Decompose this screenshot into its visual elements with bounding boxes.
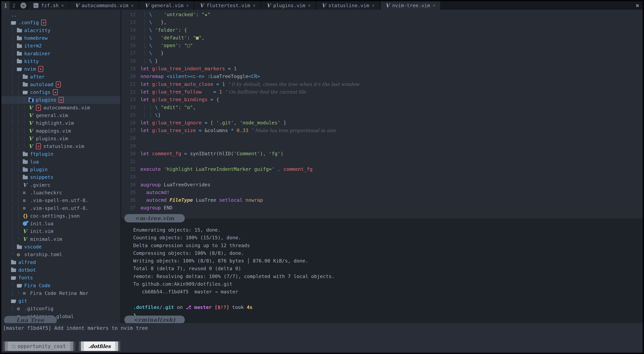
tree-item-label: .vim-spell-en.utf-8. xyxy=(30,198,88,203)
line-number: 18 xyxy=(121,57,140,65)
tree-indent-guide: └ xyxy=(17,236,23,242)
tree-indent-guide: │ xyxy=(17,151,23,157)
code-line: 35 autocmd! xyxy=(121,189,643,196)
tree-item-configs[interactable]: ││configs+ xyxy=(1,88,120,96)
tree-item-fonts[interactable]: fonts xyxy=(1,274,120,282)
tree-item-.vim-spell-en.utf-8.[interactable]: ││≡.vim-spell-en.utf-8. xyxy=(1,197,120,204)
prompt-cursor-line[interactable]: ❯ xyxy=(121,311,643,319)
tree-item-nvim[interactable]: │nvim+ xyxy=(1,65,120,73)
code-line: 29 xyxy=(121,142,643,150)
line-number: 13 xyxy=(121,18,140,26)
code-line: 26let g:lua_tree_ignore = [ '.git', 'nod… xyxy=(121,119,643,127)
tree-item-Fira-Code[interactable]: └Fira Code xyxy=(1,282,120,289)
line-number: 29 xyxy=(121,142,140,150)
tree-item-init.lua[interactable]: ││init.lua xyxy=(1,220,120,227)
text-file-icon: ≡ xyxy=(23,198,26,203)
tree-item-snippets[interactable]: ││snippets xyxy=(1,173,120,181)
tree-item-iterm2[interactable]: │iterm2 xyxy=(1,42,120,50)
buffer-close-icon[interactable]: × xyxy=(308,3,311,8)
tree-item-label: after xyxy=(30,74,44,80)
tree-indent-guide: │ xyxy=(23,136,28,141)
tree-item-mappings.vim[interactable]: │││Vmappings.vim xyxy=(1,127,120,135)
tree-item-.luacheckrc[interactable]: ││≡.luacheckrc xyxy=(1,189,120,197)
tree-item-.gvimrc[interactable]: ││V.gvimrc xyxy=(1,181,120,189)
close-all-icon[interactable]: ✖ xyxy=(632,2,643,9)
tree-item-alacritty[interactable]: │alacritty xyxy=(1,26,120,34)
tmux-window-.dotfiles[interactable]: .dotfiles xyxy=(79,342,120,351)
tree-item-karabiner[interactable]: │karabiner xyxy=(1,50,120,57)
tree-item-.vim-spell-en.utf-8.[interactable]: ││≡.vim-spell-en.utf-8. xyxy=(1,204,120,212)
tree-item-autocommands.vim[interactable]: │││V+autocommands.vim xyxy=(1,104,120,111)
tree-item-autoload[interactable]: ││autoload+ xyxy=(1,81,120,88)
terminal-pane[interactable]: Enumerating objects: 15, done. Counting … xyxy=(121,218,643,331)
buffer-tab-general.vim[interactable]: Vgeneral.vim× xyxy=(140,1,194,10)
tree-item-ftplugin[interactable]: ││ftplugin xyxy=(1,150,120,158)
tree-item-minimal.vim[interactable]: │└Vminimal.vim xyxy=(1,235,120,243)
terminal-line: Counting objects: 100% (15/15), done. xyxy=(121,234,643,242)
tree-item-statusline.vim[interactable]: ││└V+statusline.vim xyxy=(1,142,120,150)
tree-item-plugin[interactable]: ││plugin xyxy=(1,166,120,173)
tree-indent-guide: │ xyxy=(11,58,17,64)
tree-item-coc-settings.json[interactable]: ││{}coc-settings.json xyxy=(1,212,120,220)
tree-item-icon-wrap xyxy=(11,268,18,272)
code-line: 37augroup END xyxy=(121,204,643,212)
tabpage-2[interactable]: 2 xyxy=(10,1,18,10)
tree-item-after[interactable]: ││after xyxy=(1,73,120,80)
buffer-close-icon[interactable]: × xyxy=(61,3,64,8)
buffer-tab-fluttertest.vim[interactable]: Vfluttertest.vim× xyxy=(195,1,260,10)
buffer-close-icon[interactable]: × xyxy=(131,3,134,8)
buffer-close-icon[interactable]: × xyxy=(372,3,374,8)
tree-item-vscode[interactable]: │vscode xyxy=(1,243,120,251)
tree-item-alfred[interactable]: alfred xyxy=(1,259,120,266)
tree-item-.config[interactable]: .config+ xyxy=(1,19,120,26)
tree-item-git[interactable]: git xyxy=(1,297,120,305)
tree-item-general.vim[interactable]: │││Vgeneral.vim xyxy=(1,111,120,119)
tree-item-label: .luacheckrc xyxy=(30,190,62,196)
buffer-close-icon[interactable]: × xyxy=(433,3,436,8)
tree-item-label: homebrew xyxy=(24,35,48,41)
tree-item-dotbot[interactable]: dotbot xyxy=(1,266,120,274)
code-line-text: let g:lua_tree_indent_markers = 1 xyxy=(140,65,236,72)
tree-item-highlight.vim[interactable]: │││Vhighlight.vim xyxy=(1,119,120,127)
buffer-tab-statusline.vim[interactable]: Vstatusline.vim× xyxy=(317,1,379,10)
tree-item-icon-wrap xyxy=(23,175,30,179)
tree-item-.gitconfig[interactable]: │⚙.gitconfig xyxy=(1,305,120,313)
tree-indent-guide: │ xyxy=(17,82,23,87)
tabpage-1[interactable]: 1 xyxy=(1,1,10,10)
vim-file-icon: V xyxy=(145,2,149,8)
tree-item-Fira-Code-Retina-Ner[interactable]: │└≡Fira Code Retina Ner xyxy=(1,289,120,297)
file-tree-pane[interactable]: ...config+│alacritty│homebrew│iterm2│kar… xyxy=(1,10,120,325)
buffer-close-icon[interactable]: × xyxy=(186,3,189,8)
tree-item-starship.toml[interactable]: └⚙starship.toml xyxy=(1,251,120,258)
tree-item-label: fonts xyxy=(18,275,33,281)
tree-item-icon-wrap: V xyxy=(28,143,36,149)
editor-pane[interactable]: 12 │ \ 'untracked': "★"13 │ \ },14 │ \ '… xyxy=(121,10,643,219)
tree-indent-guide: │ xyxy=(17,105,23,110)
tree-item-plugins[interactable]: │││plugins+ xyxy=(1,96,120,104)
back-circle-icon[interactable]: ← xyxy=(20,2,26,8)
buffer-tab-fzf.sh[interactable]: >_fzf.sh× xyxy=(29,1,68,10)
tree-item-lua[interactable]: ││lua xyxy=(1,158,120,166)
tree-item-..[interactable]: .. xyxy=(1,11,120,19)
tree-item-kitty[interactable]: │kitty xyxy=(1,57,120,65)
buffer-tab-nvim-tree.vim[interactable]: Vnvim-tree.vim× xyxy=(381,1,440,10)
tree-indent-guide: │ xyxy=(23,97,28,103)
tree-indent-guide: │ xyxy=(17,190,23,196)
tree-item-label: general.vim xyxy=(36,112,68,118)
buffer-tab-plugins.vim[interactable]: Vplugins.vim× xyxy=(262,1,315,10)
line-number: 28 xyxy=(121,134,140,142)
terminal-line: cb68b54..f1bd4f5 master → master xyxy=(121,288,643,296)
buffer-close-icon[interactable]: × xyxy=(253,3,256,8)
terminal-line: Enumerating objects: 15, done. xyxy=(121,226,643,234)
tmux-window-opportunity_cost[interactable]: □opportunity_cost xyxy=(3,342,75,351)
line-number: 16 xyxy=(121,41,140,49)
code-line: 14 │ \ 'folder': { xyxy=(121,26,643,34)
tree-item-homebrew[interactable]: │homebrew xyxy=(1,34,120,42)
tree-indent-guide: │ xyxy=(11,167,17,172)
tree-item-init.vim[interactable]: ││Vinit.vim xyxy=(1,227,120,235)
line-number: 23 xyxy=(121,96,140,103)
tree-item-plugins.vim[interactable]: │││Vplugins.vim xyxy=(1,135,120,142)
tree-item-label: starship.toml xyxy=(24,252,62,257)
code-line: 18 │ \ } xyxy=(121,57,643,65)
buffer-tab-autocommands.vim[interactable]: Vautocommands.vim× xyxy=(70,1,138,10)
